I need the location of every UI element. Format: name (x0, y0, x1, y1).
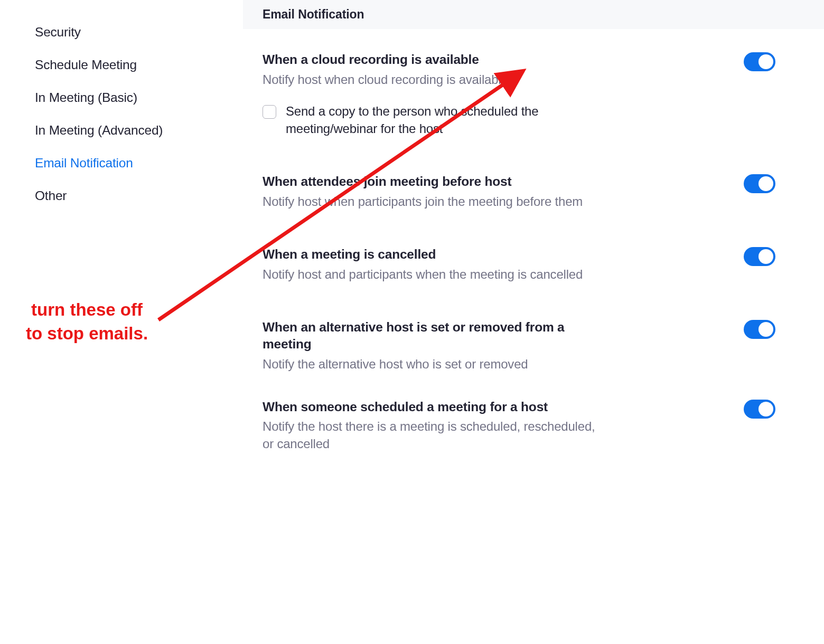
toggle-attendees-join-before-host[interactable] (744, 174, 775, 193)
sidebar-item-schedule-meeting[interactable]: Schedule Meeting (35, 49, 243, 81)
checkbox-row: Send a copy to the person who scheduled … (263, 103, 582, 137)
toggle-scheduled-for-host[interactable] (744, 400, 775, 419)
setting-desc: Notify host when cloud recording is avai… (263, 71, 582, 88)
toggle-cloud-recording[interactable] (744, 52, 775, 71)
checkbox-send-copy[interactable] (263, 105, 276, 119)
setting-desc: Notify the alternative host who is set o… (263, 356, 595, 373)
setting-scheduled-for-host: When someone scheduled a meeting for a h… (263, 399, 803, 453)
sidebar-item-security[interactable]: Security (35, 16, 243, 49)
setting-cloud-recording: When a cloud recording is available Noti… (263, 51, 803, 137)
sidebar-item-email-notification[interactable]: Email Notification (35, 147, 243, 179)
setting-desc: Notify host and participants when the me… (263, 266, 583, 283)
sidebar-item-other[interactable]: Other (35, 179, 243, 212)
setting-title: When a meeting is cancelled (263, 246, 583, 263)
sidebar-item-in-meeting-basic[interactable]: In Meeting (Basic) (35, 81, 243, 114)
setting-desc: Notify host when participants join the m… (263, 193, 583, 210)
setting-desc: Notify the host there is a meeting is sc… (263, 418, 595, 452)
setting-meeting-cancelled: When a meeting is cancelled Notify host … (263, 246, 803, 283)
setting-title: When attendees join meeting before host (263, 173, 583, 190)
settings-main: Email Notification When a cloud recordin… (243, 0, 824, 644)
setting-alternative-host: When an alternative host is set or remov… (263, 319, 803, 373)
settings-sidebar: Security Schedule Meeting In Meeting (Ba… (0, 0, 243, 644)
setting-attendees-join-before-host: When attendees join meeting before host … (263, 173, 803, 210)
setting-title: When a cloud recording is available (263, 51, 582, 68)
section-header: Email Notification (243, 0, 824, 29)
sidebar-item-in-meeting-advanced[interactable]: In Meeting (Advanced) (35, 114, 243, 147)
toggle-meeting-cancelled[interactable] (744, 247, 775, 266)
settings-list: When a cloud recording is available Noti… (243, 29, 824, 452)
setting-title: When an alternative host is set or remov… (263, 319, 595, 353)
setting-title: When someone scheduled a meeting for a h… (263, 399, 595, 415)
checkbox-label: Send a copy to the person who scheduled … (286, 103, 582, 137)
toggle-alternative-host[interactable] (744, 320, 775, 339)
